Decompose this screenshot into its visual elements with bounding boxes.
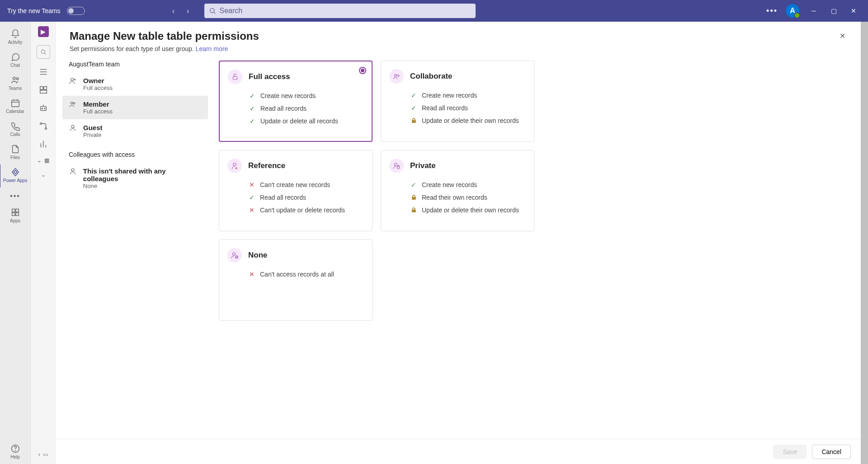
cancel-button[interactable]: Cancel [812, 445, 851, 459]
lock-icon: 🔒︎ [410, 206, 417, 214]
unlock-icon [228, 70, 242, 84]
svg-point-34 [73, 103, 75, 104]
role-member[interactable]: Member Full access [62, 96, 208, 119]
svg-point-3 [16, 78, 19, 80]
apprail-powerapps[interactable]: Power Apps [0, 164, 30, 187]
lock-icon: 🔒︎ [410, 194, 417, 201]
flow-icon[interactable] [38, 121, 48, 131]
bot-icon[interactable] [38, 103, 48, 113]
save-button[interactable]: Save [773, 445, 807, 459]
apprail-calendar[interactable]: Calendar [0, 95, 30, 118]
perm-card-full-access[interactable]: Full access ✓Create new records ✓Read al… [219, 61, 373, 142]
check-icon: ✓ [248, 194, 255, 201]
role-member-title: Member [83, 100, 113, 108]
calendar-icon [10, 98, 20, 108]
role-member-perm: Full access [83, 108, 113, 115]
svg-point-31 [71, 78, 74, 81]
role-owner-perm: Full access [83, 84, 113, 91]
role-guest-title: Guest [83, 124, 103, 131]
apprail-help[interactable]: Help [0, 441, 30, 464]
search-placeholder: Search [220, 7, 243, 15]
svg-point-27 [45, 128, 47, 130]
none-icon [227, 248, 242, 262]
role-owner-title: Owner [83, 77, 113, 84]
role-owner[interactable]: Owner Full access [62, 72, 208, 96]
check-icon: ✓ [410, 92, 417, 99]
check-icon: ✓ [249, 92, 256, 99]
window-maximize-button[interactable]: ▢ [824, 7, 844, 14]
search-icon [209, 7, 216, 14]
window-close-button[interactable]: ✕ [844, 7, 863, 14]
panel-footer: Save Cancel [56, 439, 861, 464]
more-options-button[interactable]: ••• [763, 6, 781, 16]
check-icon: ✓ [410, 181, 417, 188]
avatar[interactable]: A [786, 4, 799, 18]
titlebar: Try the new Teams ‹ › Search ••• A ─ ▢ ✕ [0, 0, 868, 22]
perm-card-reference[interactable]: Reference ✕Can't create new records ✓Rea… [219, 150, 373, 231]
search-icon [40, 49, 47, 55]
secondary-expand-row-2[interactable]: ⌄ [31, 172, 56, 178]
try-new-teams-toggle[interactable] [67, 7, 85, 15]
permissions-panel: Manage New table table permissions ✕ Set… [56, 22, 861, 464]
apprail-activity[interactable]: Activity [0, 26, 30, 49]
bell-icon [10, 29, 20, 39]
svg-rect-4 [11, 100, 19, 107]
svg-point-39 [397, 75, 399, 77]
cross-icon: ✕ [248, 181, 255, 188]
apprail-teams[interactable]: Teams [0, 72, 30, 95]
vertical-scrollbar[interactable] [861, 22, 868, 464]
file-icon [10, 144, 20, 154]
apprail-apps[interactable]: Apps [0, 205, 30, 228]
svg-point-36 [71, 169, 74, 171]
cross-icon: ✕ [248, 206, 255, 214]
private-icon [389, 159, 404, 173]
person-icon [69, 167, 78, 189]
check-icon: ✓ [410, 104, 417, 112]
panel-close-button[interactable]: ✕ [838, 30, 847, 42]
check-icon: ✓ [249, 117, 256, 125]
svg-line-1 [214, 12, 215, 14]
perm-card-private[interactable]: Private ✓Create new records 🔒︎Read their… [381, 150, 534, 231]
window-minimize-button[interactable]: ─ [804, 7, 824, 14]
svg-point-14 [41, 50, 45, 53]
svg-point-43 [233, 253, 236, 255]
svg-rect-10 [12, 213, 14, 216]
powerapps-icon [10, 167, 20, 177]
list-icon[interactable] [38, 67, 48, 77]
apps-grid-icon [10, 207, 20, 217]
apprail-files[interactable]: Files [0, 141, 30, 164]
apprail-chat[interactable]: Chat [0, 49, 30, 72]
svg-rect-11 [15, 213, 18, 216]
lock-icon: 🔒︎ [410, 117, 417, 124]
svg-point-26 [40, 123, 42, 125]
role-not-shared: This isn't shared with any colleagues No… [62, 163, 208, 194]
phone-icon [10, 121, 20, 131]
secondary-expand-bottom[interactable]: ›▭ [31, 451, 56, 464]
svg-point-24 [44, 108, 45, 109]
nav-back-button[interactable]: ‹ [166, 6, 181, 16]
perm-card-collaborate[interactable]: Collaborate ✓Create new records ✓Read al… [381, 61, 534, 142]
app-tile-icon[interactable]: ▶ [38, 26, 49, 37]
colleagues-group-label: Colleagues with access [62, 143, 208, 163]
cross-icon: ✕ [248, 271, 255, 278]
radio-selected-icon [359, 67, 366, 74]
grid-icon[interactable] [38, 85, 48, 95]
not-shared-title: This isn't shared with any colleagues [83, 167, 202, 183]
chart-icon[interactable] [38, 139, 48, 149]
svg-point-23 [42, 108, 42, 109]
svg-point-2 [13, 77, 15, 80]
learn-more-link[interactable]: Learn more [196, 45, 228, 52]
check-icon: ✓ [249, 105, 256, 112]
secondary-search-button[interactable] [37, 45, 50, 59]
secondary-expand-row-1[interactable]: ⌄▦ [31, 157, 56, 164]
try-new-teams-label: Try the new Teams [7, 7, 61, 14]
nav-forward-button[interactable]: › [181, 6, 195, 16]
guest-icon [69, 124, 78, 138]
apprail-calls[interactable]: Calls [0, 118, 30, 141]
people-icon [10, 75, 20, 85]
apprail-more[interactable]: ••• [10, 187, 20, 205]
svg-point-40 [233, 163, 236, 166]
perm-card-none[interactable]: None ✕Can't access records at all [219, 239, 373, 321]
role-guest[interactable]: Guest Private [62, 119, 208, 143]
search-box[interactable]: Search [204, 4, 476, 18]
